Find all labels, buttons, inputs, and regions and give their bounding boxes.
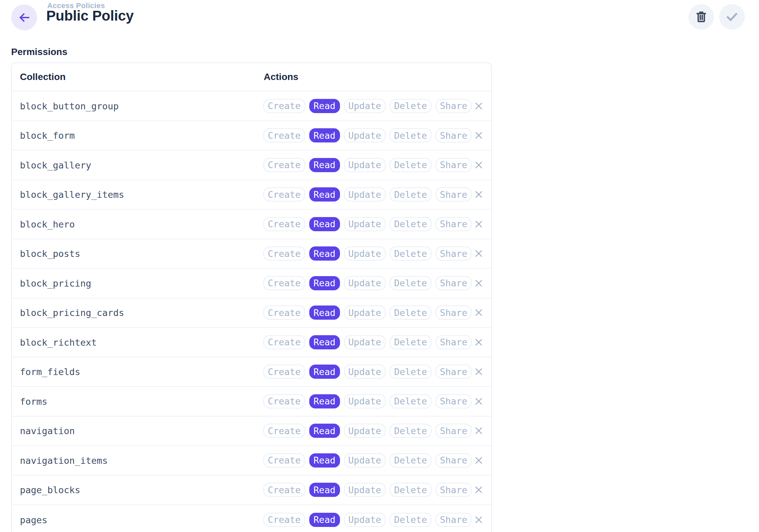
close-icon [474, 130, 484, 140]
delete-action-chip[interactable]: Delete [390, 305, 431, 320]
remove-row-button[interactable] [471, 423, 486, 438]
create-action-chip[interactable]: Create [263, 276, 305, 290]
save-button[interactable] [719, 4, 745, 30]
update-action-chip[interactable]: Update [344, 128, 386, 142]
update-action-chip[interactable]: Update [344, 424, 386, 438]
create-action-chip[interactable]: Create [263, 305, 305, 320]
read-action-chip[interactable]: Read [309, 483, 340, 497]
update-action-chip[interactable]: Update [344, 99, 386, 113]
create-action-chip[interactable]: Create [263, 453, 305, 468]
close-icon [474, 515, 484, 525]
remove-row-button[interactable] [471, 99, 486, 113]
share-action-chip[interactable]: Share [436, 335, 472, 349]
remove-row-button[interactable] [471, 276, 486, 291]
update-action-chip[interactable]: Update [344, 305, 386, 320]
share-action-chip[interactable]: Share [436, 483, 472, 497]
delete-action-chip[interactable]: Delete [390, 483, 431, 497]
remove-row-button[interactable] [471, 394, 486, 409]
column-header-actions: Actions [264, 72, 298, 82]
remove-row-button[interactable] [471, 158, 486, 172]
update-action-chip[interactable]: Update [344, 158, 386, 172]
share-action-chip[interactable]: Share [436, 365, 472, 379]
create-action-chip[interactable]: Create [263, 483, 305, 497]
remove-row-button[interactable] [471, 482, 486, 497]
create-action-chip[interactable]: Create [263, 335, 305, 349]
update-action-chip[interactable]: Update [344, 276, 386, 290]
update-action-chip[interactable]: Update [344, 483, 386, 497]
create-action-chip[interactable]: Create [263, 365, 305, 379]
delete-action-chip[interactable]: Delete [390, 394, 431, 408]
delete-action-chip[interactable]: Delete [390, 276, 431, 290]
create-action-chip[interactable]: Create [263, 513, 305, 527]
share-action-chip[interactable]: Share [436, 128, 472, 142]
share-action-chip[interactable]: Share [436, 394, 472, 408]
share-action-chip[interactable]: Share [436, 99, 472, 113]
read-action-chip[interactable]: Read [309, 305, 340, 320]
create-action-chip[interactable]: Create [263, 99, 305, 113]
remove-row-button[interactable] [471, 128, 486, 143]
update-action-chip[interactable]: Update [344, 217, 386, 231]
delete-action-chip[interactable]: Delete [390, 246, 431, 261]
remove-row-button[interactable] [471, 335, 486, 350]
create-action-chip[interactable]: Create [263, 424, 305, 438]
collection-name: navigation_items [20, 455, 108, 466]
read-action-chip[interactable]: Read [309, 365, 340, 379]
update-action-chip[interactable]: Update [344, 453, 386, 468]
create-action-chip[interactable]: Create [263, 187, 305, 202]
share-action-chip[interactable]: Share [436, 276, 472, 290]
read-action-chip[interactable]: Read [309, 335, 340, 349]
share-action-chip[interactable]: Share [436, 453, 472, 468]
read-action-chip[interactable]: Read [309, 424, 340, 438]
update-action-chip[interactable]: Update [344, 246, 386, 261]
remove-row-button[interactable] [471, 364, 486, 379]
delete-action-chip[interactable]: Delete [390, 513, 431, 527]
delete-button[interactable] [688, 4, 714, 30]
delete-action-chip[interactable]: Delete [390, 335, 431, 349]
close-icon [474, 160, 484, 170]
remove-row-button[interactable] [471, 217, 486, 232]
delete-action-chip[interactable]: Delete [390, 99, 431, 113]
remove-row-button[interactable] [471, 305, 486, 320]
read-action-chip[interactable]: Read [309, 276, 340, 290]
share-action-chip[interactable]: Share [436, 217, 472, 231]
update-action-chip[interactable]: Update [344, 365, 386, 379]
remove-row-button[interactable] [471, 512, 486, 527]
share-action-chip[interactable]: Share [436, 424, 472, 438]
share-action-chip[interactable]: Share [436, 513, 472, 527]
create-action-chip[interactable]: Create [263, 394, 305, 408]
remove-row-button[interactable] [471, 453, 486, 468]
delete-action-chip[interactable]: Delete [390, 158, 431, 172]
delete-action-chip[interactable]: Delete [390, 217, 431, 231]
delete-action-chip[interactable]: Delete [390, 128, 431, 142]
share-action-chip[interactable]: Share [436, 187, 472, 202]
read-action-chip[interactable]: Read [309, 99, 340, 113]
update-action-chip[interactable]: Update [344, 187, 386, 202]
share-action-chip[interactable]: Share [436, 246, 472, 261]
close-icon [474, 337, 484, 347]
create-action-chip[interactable]: Create [263, 158, 305, 172]
update-action-chip[interactable]: Update [344, 394, 386, 408]
create-action-chip[interactable]: Create [263, 128, 305, 142]
read-action-chip[interactable]: Read [309, 453, 340, 468]
create-action-chip[interactable]: Create [263, 246, 305, 261]
update-action-chip[interactable]: Update [344, 335, 386, 349]
delete-action-chip[interactable]: Delete [390, 424, 431, 438]
read-action-chip[interactable]: Read [309, 217, 340, 231]
read-action-chip[interactable]: Read [309, 394, 340, 408]
remove-row-button[interactable] [471, 187, 486, 202]
read-action-chip[interactable]: Read [309, 128, 340, 142]
share-action-chip[interactable]: Share [436, 305, 472, 320]
read-action-chip[interactable]: Read [309, 158, 340, 172]
delete-action-chip[interactable]: Delete [390, 365, 431, 379]
read-action-chip[interactable]: Read [309, 187, 340, 202]
create-action-chip[interactable]: Create [263, 217, 305, 231]
read-action-chip[interactable]: Read [309, 513, 340, 527]
delete-action-chip[interactable]: Delete [390, 187, 431, 202]
back-button[interactable] [11, 4, 37, 30]
read-action-chip[interactable]: Read [309, 246, 340, 261]
update-action-chip[interactable]: Update [344, 513, 386, 527]
delete-action-chip[interactable]: Delete [390, 453, 431, 468]
close-icon [474, 219, 484, 229]
remove-row-button[interactable] [471, 246, 486, 261]
share-action-chip[interactable]: Share [436, 158, 472, 172]
